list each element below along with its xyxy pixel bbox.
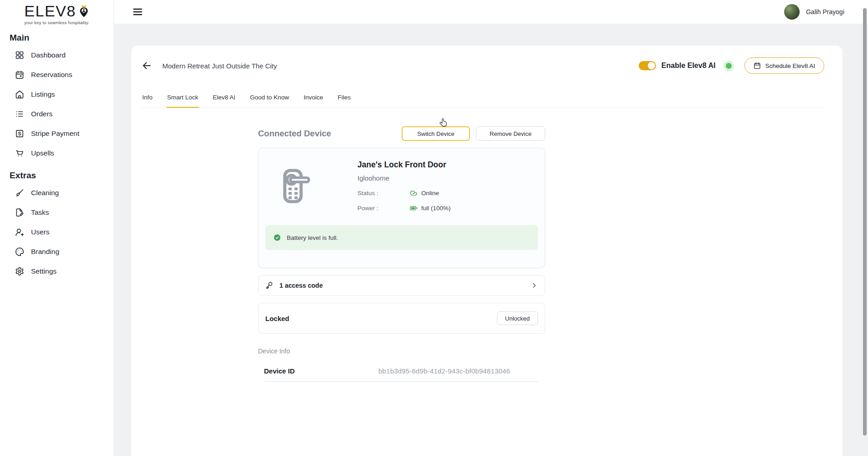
calendar-icon — [15, 70, 24, 79]
device-details: Jane's Lock Front Door Igloohome Status … — [357, 160, 451, 212]
device-id-row: Device ID bb1b3d95-6d9b-41d2-943c-bf0b94… — [264, 367, 538, 382]
brand-logo[interactable]: ELEV8 — [0, 0, 114, 19]
sidebar-section-main: Main — [10, 33, 114, 43]
topbar: Galih Prayogi — [114, 0, 868, 24]
tab-elev8-ai[interactable]: Elev8 AI — [212, 94, 237, 108]
home-icon — [15, 90, 24, 99]
sidebar-item-listings[interactable]: Listings — [0, 84, 114, 104]
sidebar-item-dashboard[interactable]: Dashboard — [0, 45, 114, 65]
sidebar: ELEV8 your key to seamless hospitality. … — [0, 0, 114, 456]
tab-invoice[interactable]: Invoice — [303, 94, 324, 108]
file-pen-icon — [15, 208, 24, 217]
broom-icon — [15, 188, 24, 197]
app-window: ELEV8 your key to seamless hospitality. … — [0, 0, 868, 456]
smart-lock-panel: Connected Device Switch Device Remove De… — [258, 126, 545, 382]
enable-elev8-ai-toggle[interactable] — [639, 61, 656, 70]
sidebar-item-label: Orders — [31, 110, 52, 118]
sidebar-item-label: Listings — [31, 90, 55, 98]
dashboard-grid-icon — [15, 51, 24, 60]
lock-state-row: Locked Unlocked — [258, 303, 545, 334]
device-card: Jane's Lock Front Door Igloohome Status … — [258, 148, 545, 268]
schedule-button-label: Schedule Elev8 AI — [765, 62, 815, 69]
sidebar-item-label: Cleaning — [31, 189, 59, 197]
header-actions: Enable Elev8 AI Schedule Elev8 AI — [639, 57, 824, 74]
sidebar-item-settings[interactable]: Settings — [0, 261, 114, 281]
user-plus-icon — [15, 228, 24, 237]
listing-header: Modern Retreat Just Outside The City Ena… — [141, 57, 824, 74]
sidebar-item-label: Upsells — [31, 149, 54, 157]
gear-icon — [15, 267, 24, 276]
sidebar-item-label: Tasks — [31, 208, 49, 217]
toggle-knob — [648, 62, 655, 69]
brand-pin-crown-icon — [78, 4, 89, 18]
device-info-title: Device Info — [258, 347, 545, 355]
hamburger-icon — [134, 9, 142, 15]
sidebar-item-label: Users — [31, 228, 49, 236]
sidebar-item-label: Dashboard — [31, 51, 66, 59]
stripe-icon: S — [15, 129, 24, 138]
tab-good-to-know[interactable]: Good to Know — [249, 94, 290, 108]
key-icon — [265, 281, 274, 290]
device-id-value: bb1b3d95-6d9b-41d2-943c-bf0b94813046 — [378, 367, 510, 375]
smart-lock-icon — [276, 160, 312, 212]
listing-tabs: Info Smart Lock Elev8 AI Good to Know In… — [141, 94, 824, 108]
connected-device-header: Connected Device Switch Device Remove De… — [258, 126, 545, 141]
access-codes-row[interactable]: 1 access code — [258, 275, 545, 296]
page-title: Modern Retreat Just Outside The City — [162, 62, 277, 70]
user-menu[interactable]: Galih Prayogi — [784, 4, 844, 20]
device-vendor: Igloohome — [357, 174, 451, 182]
sidebar-section-extras: Extras — [10, 171, 114, 181]
schedule-elev8-ai-button[interactable]: Schedule Elev8 AI — [744, 57, 824, 74]
sidebar-item-branding[interactable]: Branding — [0, 242, 114, 261]
enable-elev8-ai-label: Enable Elev8 AI — [661, 62, 716, 70]
menu-toggle-button[interactable] — [132, 6, 143, 17]
device-id-label: Device ID — [264, 367, 378, 375]
ai-status-dot — [726, 63, 732, 69]
power-value: full (100%) — [421, 205, 451, 212]
access-codes-label: 1 access code — [279, 282, 323, 289]
listing-card: Modern Retreat Just Outside The City Ena… — [131, 46, 842, 456]
sidebar-item-label: Settings — [31, 267, 57, 275]
tab-smart-lock[interactable]: Smart Lock — [166, 94, 199, 108]
lock-state-label: Locked — [265, 315, 289, 322]
sidebar-item-reservations[interactable]: Reservations — [0, 65, 114, 84]
sidebar-item-label: Stripe Payment — [31, 130, 79, 138]
sidebar-item-upsells[interactable]: Upsells — [0, 143, 114, 163]
device-status-row: Status : Online — [357, 189, 451, 197]
calendar-icon — [754, 62, 761, 69]
brand-tagline: your key to seamless hospitality. — [0, 20, 114, 25]
power-label: Power : — [357, 205, 410, 212]
cloud-check-icon — [410, 189, 418, 197]
brand-name: ELEV8 — [24, 3, 76, 19]
avatar — [784, 4, 800, 20]
cart-icon — [15, 149, 24, 158]
connected-device-title: Connected Device — [258, 129, 331, 139]
user-name: Galih Prayogi — [806, 8, 844, 16]
sidebar-item-cleaning[interactable]: Cleaning — [0, 183, 114, 202]
sidebar-item-tasks[interactable]: Tasks — [0, 202, 114, 222]
back-button[interactable] — [141, 60, 152, 71]
tab-info[interactable]: Info — [141, 94, 154, 108]
chevron-right-icon — [531, 282, 538, 289]
vertical-scrollbar-thumb[interactable] — [863, 8, 867, 435]
remove-device-button[interactable]: Remove Device — [476, 126, 545, 141]
svg-text:S: S — [18, 131, 21, 136]
battery-full-icon — [410, 204, 418, 212]
status-value: Online — [421, 190, 439, 197]
palette-icon — [15, 247, 24, 256]
sidebar-item-stripe-payment[interactable]: S Stripe Payment — [0, 124, 114, 143]
sidebar-item-label: Reservations — [31, 71, 72, 79]
sidebar-item-orders[interactable]: Orders — [0, 104, 114, 124]
switch-device-button[interactable]: Switch Device — [402, 126, 470, 141]
device-name: Jane's Lock Front Door — [357, 160, 451, 170]
sidebar-item-users[interactable]: Users — [0, 222, 114, 242]
list-icon — [15, 109, 24, 119]
tab-files[interactable]: Files — [337, 94, 352, 108]
device-summary: Jane's Lock Front Door Igloohome Status … — [265, 160, 538, 212]
unlock-button[interactable]: Unlocked — [497, 311, 538, 325]
check-circle-icon — [274, 234, 281, 241]
device-power-row: Power : full (100%) — [357, 204, 451, 212]
battery-status-banner: Battery level is full. — [265, 225, 538, 250]
main-content-area: Modern Retreat Just Outside The City Ena… — [114, 24, 868, 456]
arrow-left-icon — [144, 63, 150, 69]
